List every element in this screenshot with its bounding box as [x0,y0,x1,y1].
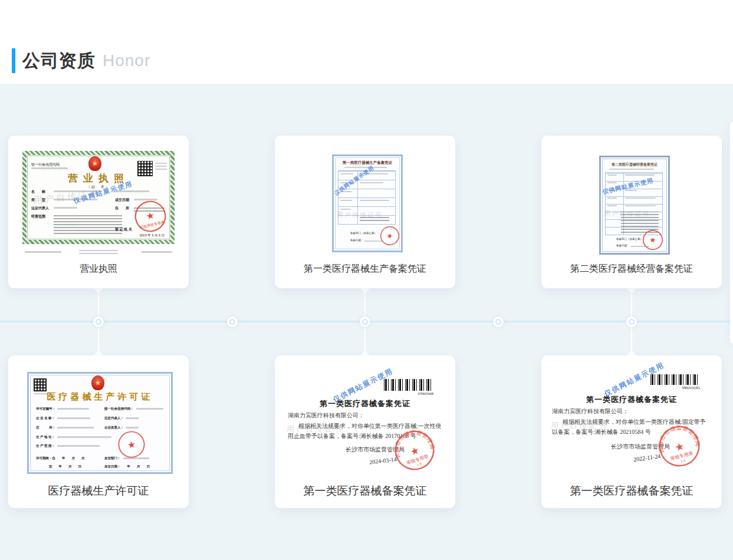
blurred-micro-print [79,250,118,251]
seal-star-icon: ★ [127,439,136,450]
blurred-value [57,427,94,429]
blurred-cell [625,174,655,176]
card-caption: 营业执照 [8,263,189,275]
section-subtitle: Honor [103,51,150,70]
company-line: 湖南力宾医疗科技有限公司： [288,411,364,420]
next-card-peek [730,122,733,344]
national-emblem-icon: ★ [88,156,101,171]
upload-watermark: 用户自传证书 [337,210,383,219]
blurred-cell [625,197,656,199]
business-license-image: SCJDGL SCJDGL SCJDGL 统一社会信用代码 ★ 营业执照 （副 … [22,151,175,244]
prod-license-image: ★ 医疗器械生产许可证 许可证编号： 统一社会信用代码： 企 业 名 称： 法定… [27,372,173,474]
seal-star-icon: ★ [673,440,685,454]
blurred-text-line [155,166,167,167]
qr-code [137,161,153,176]
upload-watermark: 用户自传证书 [287,424,343,434]
blurred-field-value [54,207,77,209]
to-label: 至 年 月 日 [49,465,81,469]
blurred-value [57,445,100,447]
biz-filing-image: 第二类医疗器械经营备案凭证 用户自传证书 仅供网站展示使用 备案部门（加盖公章）… [599,156,670,255]
blurred-cell [625,205,656,206]
timeline-dot [626,317,637,327]
section-header: 公司资质 Honor [12,48,150,73]
blurred-text-line [155,163,167,164]
seal-star-icon: ★ [145,210,155,222]
site-label: 生 产 地 址： [36,435,55,439]
blurred-cell [340,209,351,210]
blurred-credit-code [31,167,68,169]
blurred-value [57,408,89,410]
card-tail-down [360,288,370,294]
timeline-dot [93,317,104,327]
cert-title: 第一类医疗器械备案凭证 [275,398,455,409]
date-label: 备案日期： [350,239,364,242]
field-legal-label: 法定代表人 [31,206,49,211]
red-seal: ★ 行政审批专用章 [131,197,170,236]
issue-date: 2022-11-24 [633,453,660,463]
date-label: 备案日期： [616,244,630,247]
card-caption: 第一类医疗器械备案凭证 [275,483,455,499]
prod-filing-image: 第一类医疗器械生产备案凭证 用户自传证书 仅供网站展示使用 备案部门（加盖公章）… [332,154,403,252]
field-address-label: 住 所 [115,206,129,211]
card-caption: 第一类医疗器械备案凭证 [541,483,722,499]
term-label: 许可期限：自 年 月 日 [36,456,85,460]
seal-number: 1-3 [680,459,686,463]
red-seal: ★ [377,223,402,248]
certificate-card-prod-license[interactable]: ★ 医疗器械生产许可证 许可证编号： 统一社会信用代码： 企 业 名 称： 法定… [8,355,189,508]
addr-label: 住 所： [36,426,55,430]
cert-title: 第二类医疗器械经营备案凭证 [601,162,668,167]
legal-label: 法定代表人： [104,416,124,420]
red-seal: ★ [640,228,665,252]
blurred-value [57,436,111,438]
field-established-label: 成立日期 [115,197,129,203]
qr-code [34,378,47,391]
name-label: 企 业 名 称： [36,416,55,420]
credit-code-label: 统一社会信用代码 [31,162,60,167]
certificate-card-biz-filing[interactable]: 第二类医疗器械经营备案凭证 用户自传证书 仅供网站展示使用 备案部门（加盖公章）… [541,136,722,288]
seal-star-icon: ★ [649,235,656,245]
card-tail-up [627,350,636,355]
blurred-micro-print [142,251,172,253]
seal-label: 行政审批专用章 [139,220,165,230]
barcode [384,379,433,391]
blurred-cell [607,197,617,199]
issue-date-label: 发证日期： 年 月 日 [104,465,150,469]
certificate-card-filing-a[interactable]: 07MION48 第一类医疗器械备案凭证 湖南力宾医疗科技有限公司： 根据相关法… [275,355,455,508]
blurred-cell [607,205,617,206]
timeline-dot [227,317,238,327]
registrar-label: 登 记 机 关 [115,227,132,232]
dept-label: 备案部门（加盖公章）： [616,238,646,241]
certificate-card-business-license[interactable]: SCJDGL SCJDGL SCJDGL 统一社会信用代码 ★ 营业执照 （副 … [8,136,189,288]
license-title: 医疗器械生产许可证 [29,391,171,403]
blurred-cell [340,200,352,201]
blurred-filing-no [609,169,654,170]
card-tail-down [94,288,103,294]
blurred-value [126,417,139,419]
manager-label: 企业负责人： [104,426,124,430]
national-emblem-icon: ★ [91,375,104,390]
blurred-value [126,427,139,429]
red-seal: 长沙市市场监督管理局 ★ 审核专用章 1-3 [653,420,705,472]
section-title: 公司资质 [22,49,96,73]
upload-watermark: 用户自传证书 [551,420,607,431]
certificate-card-filing-b[interactable]: RBSXOCR1 第一类医疗器械备案凭证 湖南力宾医疗科技有限公司： 根据相关法… [541,355,722,508]
certificate-card-prod-filing[interactable]: 第一类医疗器械生产备案凭证 用户自传证书 仅供网站展示使用 备案部门（加盖公章）… [275,136,455,288]
blurred-text-line [155,169,167,170]
blurred-cell [340,173,353,174]
dept-label: 备案部门（加盖公章）： [350,232,380,235]
issuer-label: 发证部门： [104,456,121,460]
no-label: 许可证编号： [36,407,55,411]
card-tail-up [360,350,370,355]
blurred-cell [360,200,389,201]
seal-star-icon: ★ [386,232,394,240]
accent-bar [12,48,15,73]
scope-label: 生 产 范 围： [36,444,55,448]
blurred-cell [607,182,617,183]
blurred-micro-print [25,251,61,253]
cert-title: 第一类医疗器械备案凭证 [541,394,722,405]
issue-date: 2024-03-14 [369,456,397,466]
blurred-cell [360,182,383,183]
credit-label: 统一社会信用代码： [104,407,134,411]
card-caption: 医疗器械生产许可证 [8,483,189,499]
blurred-value [136,408,163,410]
